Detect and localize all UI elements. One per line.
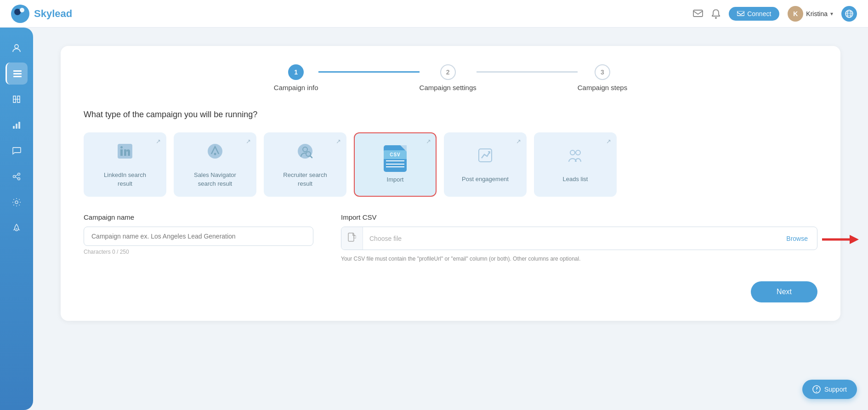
csv-hint: Your CSV file must contain the "profileU… [341,255,817,263]
language-button[interactable] [841,6,857,22]
recruiter-icon [295,141,315,165]
step-2-circle: 2 [440,64,456,80]
step-2-label: Campaign settings [420,84,477,91]
file-icon [341,227,363,250]
svg-point-22 [13,176,16,178]
svg-rect-5 [737,11,744,16]
leads-list-label: Leads list [563,175,588,183]
stepper: 1 Campaign info 2 Campaign settings [84,64,817,91]
campaign-type-recruiter[interactable]: ↗ Recruiter searchresult [264,132,346,197]
sidebar-item-leads[interactable] [6,88,28,110]
user-profile[interactable]: K Kristina ▾ [788,6,833,22]
recruiter-label: Recruiter searchresult [283,171,327,188]
avatar: K [788,6,803,22]
sales-nav-label: Sales Navigatorsearch result [194,171,236,188]
logo-icon [11,5,29,23]
campaign-type-post-engagement[interactable]: ↗ Post engagement [444,132,527,197]
messages-button[interactable] [693,10,703,18]
sales-nav-icon [205,141,225,165]
step-2: 2 Campaign settings [420,64,477,91]
post-engagement-label: Post engagement [462,175,509,183]
step-connector-2 [477,71,578,73]
sidebar-item-integrations[interactable] [6,165,28,188]
step-3-label: Campaign steps [578,84,627,91]
file-placeholder: Choose file [363,229,777,248]
import-csv-section: Import CSV Choose file Browse Your CSV f… [341,213,817,263]
sidebar-item-analytics[interactable] [6,114,28,136]
step-1-circle: 1 [288,64,304,80]
svg-point-40 [570,150,575,155]
campaign-name-label: Campaign name [84,213,313,221]
sidebar-item-launch[interactable] [6,217,28,239]
svg-rect-15 [13,70,15,72]
sidebar-item-user[interactable] [6,37,28,59]
user-name: Kristina [806,10,828,17]
svg-point-23 [18,173,20,176]
sidebar-item-settings[interactable] [6,191,28,213]
svg-point-27 [15,201,18,204]
import-csv-icon: CSV [384,145,407,172]
question-title: What type of the campaign you will be ru… [84,110,817,120]
campaign-types: ↗ LinkedIn searchresult ↗ [84,132,817,197]
post-engagement-icon [475,145,495,170]
connect-button[interactable]: Connect [729,7,779,21]
campaign-type-leads-list[interactable]: ↗ Leads list [534,132,617,197]
external-link-icon-import: ↗ [426,138,431,145]
campaign-type-sales-nav[interactable]: ↗ Sales Navigatorsearch result [174,132,256,197]
svg-point-1 [14,9,21,15]
next-btn-wrapper: Next [84,281,817,302]
external-link-icon-sales-nav: ↗ [246,138,251,145]
step-1-label: Campaign info [274,84,318,91]
import-label: Import [387,176,404,184]
main-content: 1 Campaign info 2 Campaign settings [33,28,868,410]
svg-point-28 [16,228,17,230]
campaign-type-import[interactable]: ↗ CSV Import [354,132,437,197]
svg-point-11 [15,45,18,48]
svg-point-0 [11,5,29,23]
browse-button[interactable]: Browse [777,229,817,248]
svg-point-47 [816,391,817,392]
step-3-circle: 3 [595,64,610,80]
campaign-name-section: Campaign name Characters 0 / 250 [84,213,313,255]
linkedin-label: LinkedIn searchresult [104,171,146,188]
campaign-name-input[interactable] [84,227,313,246]
svg-point-4 [715,17,717,19]
svg-line-26 [15,177,18,178]
sidebar [0,28,33,410]
svg-line-25 [15,175,18,176]
svg-point-24 [18,178,20,180]
navbar-right: Connect K Kristina ▾ [693,6,857,22]
campaign-type-linkedin[interactable]: ↗ LinkedIn searchresult [84,132,166,197]
svg-marker-45 [850,235,859,244]
external-link-icon-linkedin: ↗ [156,138,161,145]
step-1: 1 Campaign info [274,64,318,91]
svg-point-34 [214,153,216,155]
support-button[interactable]: Support [802,380,857,399]
chevron-down-icon: ▾ [830,11,833,17]
sidebar-item-campaigns[interactable] [6,63,28,85]
logo[interactable]: Skylead [11,5,72,23]
svg-point-31 [120,146,123,148]
linkedin-icon [115,141,135,165]
char-count: Characters 0 / 250 [84,249,313,255]
file-input-wrapper: Choose file Browse [341,227,817,250]
step-connector-1 [318,71,420,73]
svg-point-41 [576,150,580,155]
content-card: 1 Campaign info 2 Campaign settings [61,46,840,321]
app-name: Skylead [34,8,72,20]
sidebar-item-messages[interactable] [6,140,28,162]
bottom-section: Campaign name Characters 0 / 250 Import … [84,213,817,263]
leads-list-icon [565,145,585,170]
external-link-icon-leads: ↗ [606,138,611,145]
svg-line-38 [310,156,312,158]
external-link-icon-engagement: ↗ [516,138,521,145]
external-link-icon-recruiter: ↗ [336,138,341,145]
support-label: Support [824,386,847,393]
svg-rect-30 [120,149,123,156]
notifications-button[interactable] [711,9,720,19]
svg-point-2 [20,8,24,12]
next-button[interactable]: Next [751,281,817,302]
step-3: 3 Campaign steps [578,64,627,91]
svg-rect-3 [693,10,703,17]
import-csv-label: Import CSV [341,213,817,221]
